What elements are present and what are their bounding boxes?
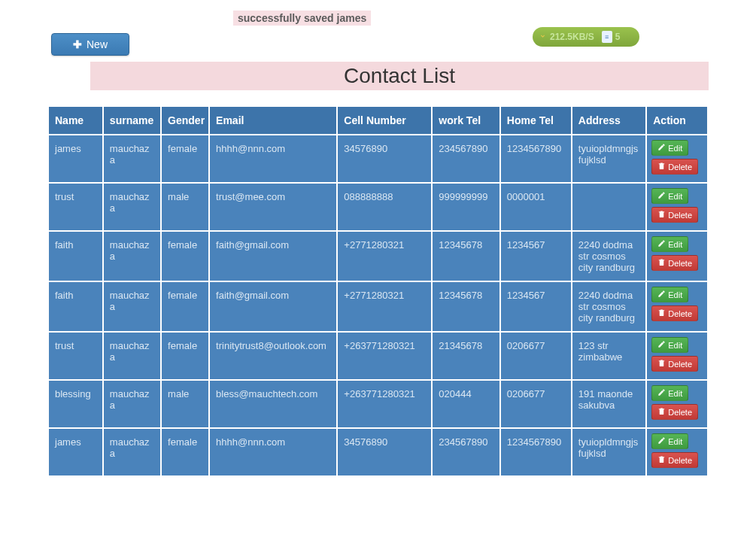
cell-name: faith — [49, 282, 102, 331]
cell-gender: female — [162, 232, 208, 281]
cell-work: 020444 — [433, 381, 499, 427]
cell-name: james — [49, 135, 102, 182]
cell-surname: mauchaza — [104, 184, 160, 230]
table-row: faithmauchazafemalefaith@gmail.com+27712… — [49, 282, 707, 331]
table-row: jamesmauchazafemalehhhh@nnn.com345768902… — [49, 429, 707, 475]
cell-cell: 088888888 — [338, 184, 431, 230]
delete-button[interactable]: Delete — [651, 452, 698, 468]
trash-icon — [657, 308, 666, 318]
table-row: trustmauchazamaletrust@mee.com0888888889… — [49, 184, 707, 230]
cell-email: bless@mauchtech.com — [210, 381, 336, 427]
cell-email: trinitytrust8@outlook.com — [210, 333, 336, 379]
cell-action: EditDelete — [647, 184, 707, 230]
delete-button-label: Delete — [668, 309, 692, 318]
edit-icon — [657, 436, 666, 446]
th-work: work Tel — [433, 107, 499, 134]
edit-button-label: Edit — [668, 240, 682, 249]
cell-cell: 34576890 — [338, 135, 431, 182]
th-gender: Gender — [162, 107, 208, 134]
cell-gender: female — [162, 135, 208, 182]
delete-button[interactable]: Delete — [651, 404, 698, 420]
trash-icon — [657, 359, 666, 369]
cell-work: 999999999 — [433, 184, 499, 230]
edit-icon — [657, 340, 666, 350]
cell-name: james — [49, 429, 102, 475]
cell-address: 2240 dodma str cosmos city randburg — [572, 282, 645, 331]
th-cell: Cell Number — [338, 107, 431, 134]
cell-address: tyuiopldmngjsfujklsd — [572, 429, 645, 475]
th-email: Email — [210, 107, 336, 134]
cell-home: 1234567890 — [501, 135, 571, 182]
cell-surname: mauchaza — [104, 429, 160, 475]
cell-surname: mauchaza — [104, 381, 160, 427]
edit-button[interactable]: Edit — [651, 433, 688, 449]
delete-button[interactable]: Delete — [651, 356, 698, 372]
cell-action: EditDelete — [647, 232, 707, 281]
cell-action: EditDelete — [647, 429, 707, 475]
table-row: blessingmauchazamalebless@mauchtech.com+… — [49, 381, 707, 427]
delete-button-label: Delete — [668, 211, 692, 220]
cell-cell: +263771280321 — [338, 381, 431, 427]
edit-icon — [657, 191, 666, 201]
table-row: faithmauchazafemalefaith@gmail.com+27712… — [49, 232, 707, 281]
trash-icon — [657, 162, 666, 172]
trash-icon — [657, 455, 666, 465]
cell-email: faith@gmail.com — [210, 282, 336, 331]
edit-button[interactable]: Edit — [651, 337, 688, 353]
edit-button[interactable]: Edit — [651, 140, 688, 156]
page-title: Contact List — [344, 64, 455, 88]
edit-icon — [657, 290, 666, 299]
delete-button[interactable]: Delete — [651, 207, 698, 223]
cell-cell: +2771280321 — [338, 282, 431, 331]
cell-action: EditDelete — [647, 135, 707, 182]
trash-icon — [657, 407, 666, 417]
cell-surname: mauchaza — [104, 333, 160, 379]
plus-icon: ✚ — [73, 38, 82, 50]
edit-button-label: Edit — [668, 290, 682, 299]
th-address: Address — [572, 107, 645, 134]
th-name: Name — [49, 107, 102, 134]
edit-button[interactable]: Edit — [651, 236, 688, 252]
cell-name: blessing — [49, 381, 102, 427]
cell-gender: male — [162, 184, 208, 230]
new-button[interactable]: ✚ New — [51, 33, 129, 56]
cell-work: 234567890 — [433, 429, 499, 475]
cell-address: tyuiopldmngjsfujklsd — [572, 135, 645, 182]
cell-address: 191 maonde sakubva — [572, 381, 645, 427]
table-row: jamesmauchazafemalehhhh@nnn.com345768902… — [49, 135, 707, 182]
edit-button-label: Edit — [668, 389, 682, 398]
edit-button[interactable]: Edit — [651, 385, 688, 401]
cell-name: faith — [49, 232, 102, 281]
th-home: Home Tel — [501, 107, 571, 134]
delete-button[interactable]: Delete — [651, 159, 698, 175]
cell-work: 234567890 — [433, 135, 499, 182]
edit-button-label: Edit — [668, 341, 682, 350]
cell-home: 1234567 — [501, 232, 571, 281]
status-speed: 212.5KB/S — [550, 32, 594, 42]
cell-address — [572, 184, 645, 230]
cell-email: hhhh@nnn.com — [210, 135, 336, 182]
cell-home: 0206677 — [501, 333, 571, 379]
download-icon — [539, 32, 547, 42]
cell-work: 12345678 — [433, 282, 499, 331]
delete-button[interactable]: Delete — [651, 255, 698, 271]
edit-button[interactable]: Edit — [651, 287, 688, 302]
delete-button-label: Delete — [668, 259, 692, 268]
save-notification: successfully saved james — [233, 11, 371, 26]
document-icon: ≡ — [602, 31, 612, 43]
cell-email: trust@mee.com — [210, 184, 336, 230]
delete-button[interactable]: Delete — [651, 305, 698, 321]
th-action: Action — [647, 107, 707, 134]
cell-action: EditDelete — [647, 282, 707, 331]
cell-gender: female — [162, 429, 208, 475]
cell-action: EditDelete — [647, 381, 707, 427]
cell-home: 0000001 — [501, 184, 571, 230]
edit-button[interactable]: Edit — [651, 188, 688, 204]
cell-action: EditDelete — [647, 333, 707, 379]
cell-cell: +2771280321 — [338, 232, 431, 281]
cell-work: 21345678 — [433, 333, 499, 379]
edit-button-label: Edit — [668, 192, 682, 201]
cell-email: faith@gmail.com — [210, 232, 336, 281]
cell-gender: male — [162, 381, 208, 427]
edit-icon — [657, 143, 666, 153]
